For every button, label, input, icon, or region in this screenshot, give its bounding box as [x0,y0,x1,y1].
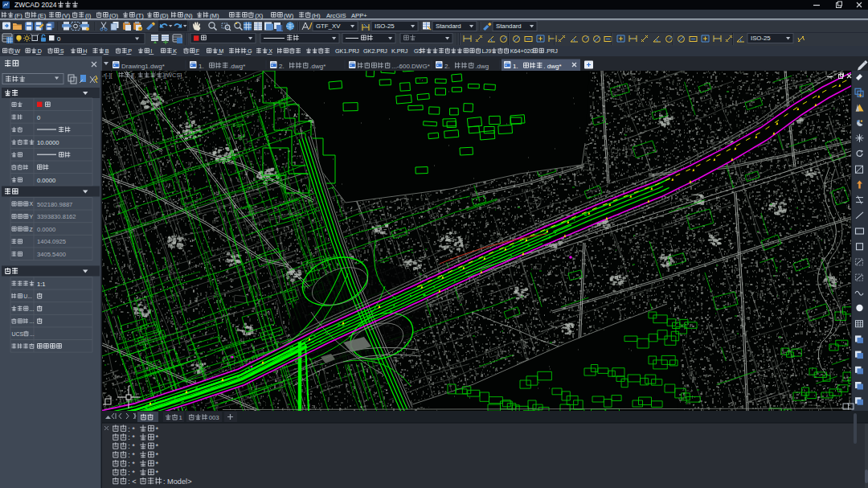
svg-text:: *: : * [128,451,135,459]
svg-text:GTF_XV: GTF_XV [316,23,341,30]
svg-text:Standard: Standard [436,23,461,30]
svg-text:2.: 2. [444,63,450,70]
svg-text:(V): (V) [62,12,71,19]
svg-text:GK1.PRJ: GK1.PRJ [335,47,359,55]
svg-text:3393830.8162: 3393830.8162 [37,213,76,220]
svg-text:(N): (N) [184,12,193,19]
svg-text:.PRJ: .PRJ [545,47,558,55]
svg-text:...: ... [30,331,35,337]
svg-text:1.: 1. [513,63,518,70]
svg-text:W: W [14,47,20,55]
svg-text:G5: G5 [414,47,422,55]
svg-text:UCS: UCS [12,331,24,337]
svg-text:*: * [155,425,158,433]
svg-text:*: * [155,451,158,459]
svg-text:Drawing1.dwg*: Drawing1.dwg* [121,63,165,70]
svg-text:.dwg*: .dwg* [229,63,245,70]
svg-text:3405.5400: 3405.5400 [37,251,66,258]
svg-text:.dwg*: .dwg* [309,63,326,70]
svg-text:(F): (F) [14,12,23,19]
svg-text:K64+020: K64+020 [510,47,534,55]
svg-text:(M): (M) [210,12,219,19]
svg-text:1: 1 [179,414,182,421]
svg-text:H: H [83,47,87,55]
svg-text:K.PRJ: K.PRJ [391,47,408,55]
svg-text:ISO-25: ISO-25 [375,23,395,30]
svg-text:APP+: APP+ [351,12,367,19]
svg-text:.dwg: .dwg [475,63,489,70]
svg-text:P: P [128,47,132,55]
svg-text:][WCS]: ][WCS] [163,72,182,79]
svg-text:...: ... [30,306,35,312]
svg-text:003: 003 [209,414,219,421]
svg-text:*: * [155,442,158,450]
svg-text:S: S [60,47,64,55]
svg-text:][: ][ [131,72,134,79]
svg-text:GK2.PRJ: GK2.PRJ [363,47,387,55]
svg-text:: *: : * [128,460,135,468]
svg-text:: <: : < [128,478,136,486]
svg-text:X: X [268,47,272,55]
svg-text:: *: : * [128,433,135,441]
svg-text:I: I [150,47,152,55]
svg-text:Y: Y [30,214,34,219]
svg-text:...: ... [30,318,35,324]
svg-text:U...: U... [23,293,32,299]
svg-text:...-600.DWG*: ...-600.DWG* [391,63,430,70]
svg-text:: Model>: : Model> [163,478,192,486]
svg-text:B: B [105,47,109,55]
svg-text:10.0000: 10.0000 [37,139,59,146]
svg-text:0.0000: 0.0000 [37,226,55,233]
svg-text:(W): (W) [284,12,294,19]
svg-text:502180.9887: 502180.9887 [37,201,72,208]
svg-text:[-][: [-][ [105,72,113,79]
svg-text:Z: Z [30,227,33,232]
svg-text:X: X [30,201,34,207]
svg-text:2.: 2. [279,63,285,70]
svg-text:1:1: 1:1 [37,281,46,288]
svg-text:0.0000: 0.0000 [37,177,55,184]
svg-text:: *: : * [128,469,135,477]
svg-text:1404.0925: 1404.0925 [37,238,66,245]
svg-text:D: D [38,47,42,55]
svg-text:(T): (T) [136,12,144,19]
svg-text:: *: : * [128,425,135,433]
svg-text:*: * [155,433,158,441]
svg-text:: *: : * [128,442,135,450]
svg-text:F: F [196,47,200,55]
svg-text:1.: 1. [199,63,204,70]
svg-text:(I): (I) [85,12,92,19]
svg-text:M: M [219,47,223,55]
svg-text:ArcGIS: ArcGIS [326,12,346,19]
svg-text:ISO-25: ISO-25 [751,35,771,42]
svg-text:LJ9: LJ9 [482,47,492,55]
svg-text:(X): (X) [255,12,264,19]
svg-text:G: G [248,47,252,55]
svg-text:ZWCAD 2024: ZWCAD 2024 [14,1,57,9]
svg-text:0: 0 [37,114,40,121]
svg-text:(D): (D) [160,12,169,19]
svg-text:K: K [173,47,177,55]
svg-text:(H): (H) [312,12,321,19]
svg-text:(E): (E) [38,12,47,19]
svg-text:0: 0 [57,35,61,43]
svg-text:*: * [155,469,158,477]
svg-text:. dwg*: . dwg* [543,63,561,70]
svg-text:Standard: Standard [496,23,522,30]
svg-text:(O): (O) [109,12,118,19]
svg-text:*: * [155,460,158,468]
